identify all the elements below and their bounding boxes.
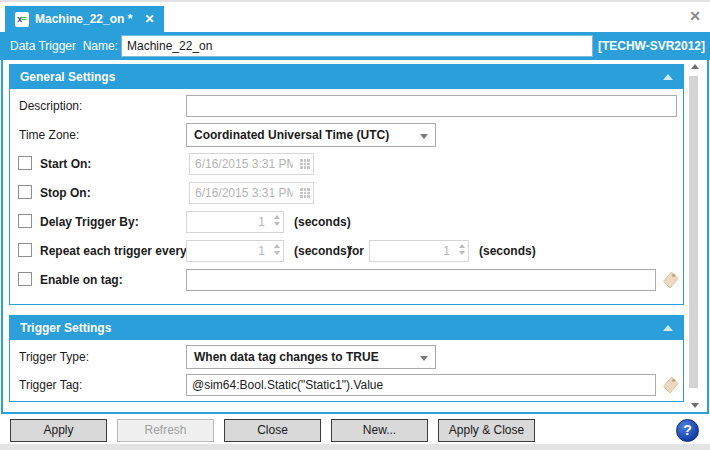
start-on-input[interactable] [189, 153, 314, 175]
data-trigger-doc-icon: x= [15, 12, 29, 27]
trigger-tag-row: Trigger Tag: [10, 374, 683, 396]
trigger-type-row: Trigger Type: When data tag changes to T… [10, 345, 683, 369]
repeat-row: Repeat each trigger every: (seconds) for… [10, 240, 683, 262]
time-zone-label: Time Zone: [19, 123, 79, 147]
vertical-scrollbar[interactable] [688, 62, 701, 410]
delay-input[interactable] [186, 211, 284, 233]
close-button[interactable]: Close [224, 419, 321, 442]
trigger-name-input[interactable] [121, 35, 593, 57]
trigger-type-select[interactable]: When data tag changes to TRUE [186, 345, 436, 369]
window-bottom-strip [0, 444, 710, 450]
stop-on-checkbox[interactable] [18, 185, 32, 199]
spinner-arrows-icon[interactable] [459, 244, 465, 255]
repeat-duration-input[interactable] [369, 240, 469, 262]
calendar-grid-icon[interactable] [300, 159, 310, 169]
enable-on-tag-checkbox[interactable] [18, 272, 32, 286]
time-zone-value: Coordinated Universal Time (UTC) [194, 124, 389, 146]
general-settings-title: General Settings [20, 70, 115, 84]
stop-on-row: Stop On: [10, 182, 683, 204]
chevron-down-icon [420, 356, 428, 361]
trigger-settings-group: Trigger Settings Trigger Type: When data… [9, 315, 684, 402]
description-label: Description: [19, 95, 82, 117]
refresh-button[interactable]: Refresh [117, 419, 214, 442]
tab-machine-22-on[interactable]: x= Machine_22_on * ✕ [5, 6, 164, 32]
enable-on-tag-label: Enable on tag: [40, 269, 123, 291]
spinner-arrows-icon[interactable] [274, 215, 280, 226]
description-row: Description: [10, 95, 683, 117]
delay-row: Delay Trigger By: (seconds) [10, 211, 683, 233]
data-trigger-editor-window: x= Machine_22_on * ✕ ✕ Data Trigger Name… [0, 0, 710, 450]
tab-close-icon[interactable]: ✕ [144, 12, 154, 26]
repeat-for-label: for [348, 240, 364, 262]
server-name: [TECHW-SVR2012] [598, 32, 705, 60]
repeat-checkbox[interactable] [18, 243, 32, 257]
start-on-datetime [189, 153, 314, 175]
repeat-duration-stepper [369, 240, 469, 262]
time-zone-row: Time Zone: Coordinated Universal Time (U… [10, 123, 683, 147]
general-settings-header: General Settings [10, 65, 683, 89]
trigger-type-label: Trigger Type: [19, 345, 89, 369]
trigger-type-value: When data tag changes to TRUE [194, 346, 379, 368]
description-input[interactable] [186, 95, 677, 117]
collapse-general-icon[interactable] [663, 74, 673, 80]
repeat-unit2-label: (seconds) [479, 240, 536, 262]
trigger-tag-label: Trigger Tag: [19, 374, 82, 396]
trigger-settings-header: Trigger Settings [10, 316, 683, 340]
general-settings-group: General Settings Description: Time Zone:… [9, 64, 684, 305]
tab-strip: x= Machine_22_on * ✕ ✕ [0, 2, 710, 32]
new-button[interactable]: New... [331, 419, 428, 442]
scroll-down-icon[interactable] [691, 403, 699, 408]
chevron-down-icon [420, 134, 428, 139]
tab-title: Machine_22_on * [35, 12, 132, 26]
collapse-trigger-icon[interactable] [663, 325, 673, 331]
delay-stepper [186, 211, 284, 233]
scrollbar-thumb[interactable] [689, 76, 698, 388]
trigger-tag-input[interactable] [186, 374, 656, 396]
scroll-up-icon[interactable] [691, 64, 699, 69]
repeat-unit1-label: (seconds) [294, 240, 351, 262]
window-close-icon[interactable]: ✕ [689, 8, 701, 24]
tag-icon[interactable] [662, 271, 679, 289]
trigger-name-label: Data Trigger Name: [10, 39, 118, 53]
calendar-grid-icon[interactable] [300, 188, 310, 198]
spinner-arrows-icon[interactable] [274, 244, 280, 255]
help-icon[interactable]: ? [676, 419, 699, 442]
enable-on-tag-input[interactable] [186, 269, 656, 291]
start-on-row: Start On: [10, 153, 683, 175]
enable-on-tag-row: Enable on tag: [10, 269, 683, 291]
repeat-label: Repeat each trigger every: [40, 240, 191, 262]
doc-icon-eq: = [21, 15, 26, 24]
stop-on-input[interactable] [189, 182, 314, 204]
delay-checkbox[interactable] [18, 214, 32, 228]
time-zone-select[interactable]: Coordinated Universal Time (UTC) [186, 123, 436, 147]
button-bar: Apply Refresh Close New... Apply & Close… [1, 412, 709, 444]
delay-unit-label: (seconds) [294, 211, 351, 233]
stop-on-datetime [189, 182, 314, 204]
start-on-checkbox[interactable] [18, 156, 32, 170]
repeat-every-input[interactable] [186, 240, 284, 262]
name-bar: Data Trigger Name: [TECHW-SVR2012] [0, 32, 710, 60]
stop-on-label: Stop On: [40, 182, 91, 204]
trigger-settings-title: Trigger Settings [20, 321, 111, 335]
tag-icon[interactable] [662, 376, 679, 394]
delay-label: Delay Trigger By: [40, 211, 139, 233]
apply-button[interactable]: Apply [10, 419, 107, 442]
repeat-every-stepper [186, 240, 284, 262]
apply-and-close-button[interactable]: Apply & Close [438, 419, 535, 442]
start-on-label: Start On: [40, 153, 91, 175]
